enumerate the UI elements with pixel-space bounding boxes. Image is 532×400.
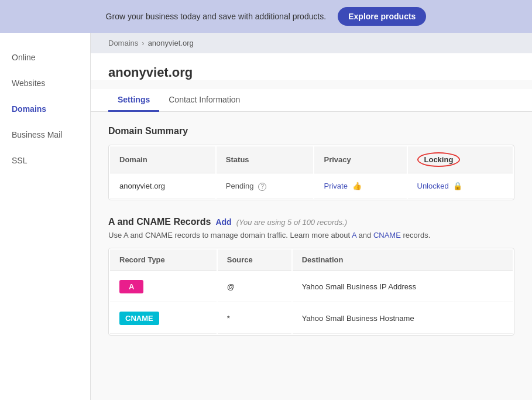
record-type-cname-cell: CNAME bbox=[110, 303, 217, 334]
status-cell: Pending ? bbox=[217, 175, 314, 199]
main-content: Domains › anonyviet.org anonyviet.org Se… bbox=[91, 33, 532, 400]
breadcrumb-parent-link[interactable]: Domains bbox=[108, 39, 138, 47]
add-record-link[interactable]: Add bbox=[215, 217, 231, 227]
table-row: CNAME * Yahoo Small Business Hostname bbox=[110, 303, 513, 334]
breadcrumb: Domains › anonyviet.org bbox=[91, 33, 532, 53]
tab-contact-information[interactable]: Contact Information bbox=[159, 89, 249, 112]
content-area: Domain Summary Domain Status Privacy Loc… bbox=[91, 112, 532, 350]
lock-icon: 🔒 bbox=[453, 182, 462, 190]
locking-col-header: Locking bbox=[408, 146, 513, 173]
records-table: Record Type Source Destination A @ Yahoo… bbox=[108, 248, 514, 336]
locking-circle-label: Locking bbox=[417, 152, 461, 167]
page-title: anonyviet.org bbox=[108, 65, 514, 80]
table-row: anonyviet.org Pending ? Private 👍 Unlock… bbox=[110, 175, 513, 199]
badge-a: A bbox=[119, 280, 143, 293]
privacy-link[interactable]: Private bbox=[324, 182, 347, 190]
private-checkmark-icon: 👍 bbox=[352, 182, 362, 190]
sidebar-item-ssl[interactable]: SSL bbox=[0, 148, 90, 173]
privacy-cell: Private 👍 bbox=[314, 175, 406, 199]
destination-col-header: Destination bbox=[293, 249, 513, 271]
badge-cname: CNAME bbox=[119, 312, 159, 325]
sidebar-item-websites[interactable]: Websites bbox=[0, 70, 90, 96]
cname-section-title: A and CNAME Records bbox=[108, 217, 211, 227]
main-layout: Online Websites Domains Business Mail SS… bbox=[0, 33, 532, 400]
promo-banner: Grow your business today and save with a… bbox=[0, 0, 532, 33]
domain-cell: anonyviet.org bbox=[110, 175, 215, 199]
record-type-col-header: Record Type bbox=[110, 249, 217, 271]
cname-section-header: A and CNAME Records Add (You are using 5… bbox=[108, 217, 514, 227]
destination-cname-cell: Yahoo Small Business Hostname bbox=[293, 303, 513, 334]
tab-bar: Settings Contact Information bbox=[91, 89, 532, 112]
domain-col-header: Domain bbox=[110, 146, 215, 173]
sidebar: Online Websites Domains Business Mail SS… bbox=[0, 33, 91, 400]
unlocked-link[interactable]: Unlocked bbox=[417, 182, 449, 190]
domain-summary-title: Domain Summary bbox=[108, 126, 514, 136]
sidebar-item-domains[interactable]: Domains bbox=[0, 96, 90, 122]
sidebar-item-business-mail[interactable]: Business Mail bbox=[0, 122, 90, 148]
breadcrumb-current: anonyviet.org bbox=[148, 39, 194, 47]
banner-text: Grow your business today and save with a… bbox=[106, 12, 327, 21]
records-count: (You are using 5 of 100 records.) bbox=[236, 218, 347, 227]
table-row: A @ Yahoo Small Business IP Address bbox=[110, 272, 513, 302]
a-records-link[interactable]: A bbox=[352, 231, 356, 240]
cname-records-link[interactable]: CNAME bbox=[373, 231, 401, 240]
cname-description: Use A and CNAME records to manage domain… bbox=[108, 231, 514, 240]
tab-settings[interactable]: Settings bbox=[108, 89, 159, 112]
locking-cell: Unlocked 🔒 bbox=[408, 175, 513, 199]
explore-products-button[interactable]: Explore products bbox=[338, 7, 426, 26]
status-pending-text: Pending bbox=[226, 182, 254, 190]
question-icon[interactable]: ? bbox=[258, 183, 266, 191]
sidebar-item-online[interactable]: Online bbox=[0, 45, 90, 70]
page-header: anonyviet.org bbox=[91, 53, 532, 80]
status-col-header: Status bbox=[217, 146, 314, 173]
destination-a-cell: Yahoo Small Business IP Address bbox=[293, 272, 513, 302]
record-type-a-cell: A bbox=[110, 272, 217, 302]
privacy-col-header: Privacy bbox=[314, 146, 406, 173]
domain-summary-table: Domain Status Privacy Locking anonyviet.… bbox=[108, 145, 514, 200]
source-col-header: Source bbox=[218, 249, 291, 271]
source-cname-cell: * bbox=[218, 303, 291, 334]
breadcrumb-separator: › bbox=[142, 39, 144, 47]
source-a-cell: @ bbox=[218, 272, 291, 302]
